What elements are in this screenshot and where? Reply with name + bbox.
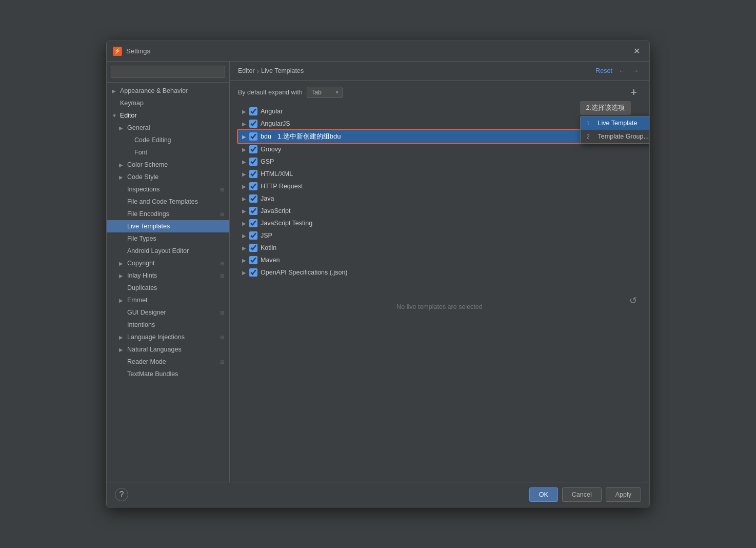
template-group-gsp[interactable]: ▶ GSP (238, 155, 641, 168)
template-group-java[interactable]: ▶ Java (238, 192, 641, 205)
sidebar-item-file-types[interactable]: File Types (107, 232, 229, 245)
expand-icon: ▶ (242, 208, 249, 214)
undo-button[interactable]: ↺ (629, 295, 637, 306)
dialog-body: Appearance & Behavior Keymap Editor Gene… (107, 62, 649, 482)
expand-select-wrapper: Tab Enter Space (307, 87, 343, 98)
sidebar-item-textmate-bundles[interactable]: TextMate Bundles (107, 368, 229, 380)
template-checkbox[interactable] (249, 256, 257, 264)
ok-button[interactable]: OK (529, 487, 558, 502)
context-menu-item-live-template[interactable]: 1 Live Template (581, 116, 649, 130)
forward-button[interactable]: → (630, 66, 641, 76)
template-checkbox[interactable] (249, 194, 257, 203)
sidebar-item-file-encodings[interactable]: File Encodings ⊞ (107, 208, 229, 220)
template-group-jsp[interactable]: ▶ JSP (238, 229, 641, 242)
annotation-label: 1.选中新创建的组bdu (277, 132, 341, 141)
right-panel: Editor › Live Templates Reset ← → By def… (230, 62, 649, 482)
no-templates-message: No live templates are selected (238, 303, 641, 310)
template-group-groovy[interactable]: ▶ Groovy (238, 143, 641, 155)
expand-icon: ▶ (242, 233, 249, 239)
sidebar-item-live-templates[interactable]: Live Templates (107, 220, 229, 232)
sidebar-item-language-injections[interactable]: Language Injections ⊞ (107, 331, 229, 343)
settings-icon: ⊞ (220, 273, 224, 279)
template-group-label: Groovy (261, 146, 281, 153)
sidebar-item-keymap[interactable]: Keymap (107, 97, 229, 109)
context-menu-item-template-group[interactable]: 2 Template Group... (581, 130, 649, 143)
template-checkbox[interactable] (249, 182, 257, 190)
nav-tree: Appearance & Behavior Keymap Editor Gene… (107, 83, 229, 482)
add-button[interactable]: + (626, 85, 641, 100)
help-button[interactable]: ? (115, 488, 128, 501)
expand-icon: ▶ (242, 196, 249, 202)
template-checkbox[interactable] (249, 107, 257, 115)
arrow-icon (119, 273, 125, 279)
expand-icon: ▶ (242, 109, 249, 114)
template-checkbox[interactable] (249, 231, 257, 240)
template-checkbox[interactable] (249, 268, 257, 277)
expand-icon: ▶ (242, 171, 249, 177)
settings-icon: ⊞ (220, 335, 224, 340)
sidebar-item-natural-languages[interactable]: Natural Languages (107, 343, 229, 356)
template-checkbox[interactable] (249, 120, 257, 128)
close-button[interactable]: ✕ (630, 45, 643, 57)
sidebar-item-code-editing[interactable]: Code Editing (107, 134, 229, 146)
template-group-kotlin[interactable]: ▶ Kotlin (238, 242, 641, 254)
expand-select[interactable]: Tab Enter Space (307, 87, 343, 98)
template-group-http-request[interactable]: ▶ HTTP Request (238, 180, 641, 192)
sidebar-item-label: GUI Designer (127, 309, 166, 316)
menu-item-number: 2 (587, 133, 594, 140)
arrow-icon (119, 335, 125, 340)
cancel-button[interactable]: Cancel (562, 487, 602, 502)
sidebar-item-appearance[interactable]: Appearance & Behavior (107, 85, 229, 97)
arrow-icon (119, 347, 125, 353)
template-group-javascript-testing[interactable]: ▶ JavaScript Testing (238, 217, 641, 229)
settings-icon: ⊞ (220, 261, 224, 266)
arrow-icon (112, 88, 118, 94)
template-group-openapi[interactable]: ▶ OpenAPI Specifications (.json) (238, 266, 641, 279)
search-input[interactable] (111, 66, 225, 78)
back-button[interactable]: ← (616, 66, 628, 76)
sidebar-item-editor[interactable]: Editor (107, 109, 229, 122)
apply-button[interactable]: Apply (606, 487, 641, 502)
sidebar-item-general[interactable]: General (107, 122, 229, 134)
title-bar: ⚡ Settings ✕ (107, 41, 649, 62)
sidebar-item-font[interactable]: Font (107, 146, 229, 159)
sidebar-item-label: Reader Mode (127, 358, 166, 365)
sidebar-item-label: Keymap (120, 100, 144, 107)
sidebar-item-file-code-templates[interactable]: File and Code Templates (107, 195, 229, 208)
template-checkbox[interactable] (249, 219, 257, 227)
sidebar-item-intentions[interactable]: Intentions (107, 319, 229, 331)
sidebar-item-label: Duplicates (127, 284, 157, 291)
template-list-container: + ▶ Angular ▶ AngularJS (238, 105, 641, 310)
sidebar-item-duplicates[interactable]: Duplicates (107, 282, 229, 294)
sidebar-item-label: Font (134, 149, 147, 156)
template-checkbox[interactable] (249, 244, 257, 252)
template-checkbox[interactable] (249, 170, 257, 178)
sidebar-item-android-layout[interactable]: Android Layout Editor (107, 245, 229, 257)
sidebar-item-label: Appearance & Behavior (120, 87, 188, 94)
sidebar-item-copyright[interactable]: Copyright ⊞ (107, 257, 229, 269)
template-group-javascript[interactable]: ▶ JavaScript (238, 205, 641, 217)
content-area: By default expand with Tab Enter Space + (230, 81, 649, 482)
breadcrumb-separator: › (257, 67, 259, 75)
sidebar-item-color-scheme[interactable]: Color Scheme (107, 159, 229, 171)
template-checkbox[interactable] (249, 145, 257, 153)
sidebar-item-code-style[interactable]: Code Style (107, 171, 229, 183)
template-group-maven[interactable]: ▶ Maven (238, 254, 641, 266)
template-checkbox[interactable] (249, 207, 257, 215)
template-checkbox[interactable] (249, 158, 257, 166)
sidebar-item-inspections[interactable]: Inspections ⊞ (107, 183, 229, 195)
settings-icon: ⊞ (220, 187, 224, 192)
sidebar-item-emmet[interactable]: Emmet (107, 294, 229, 306)
template-group-label: Kotlin (261, 244, 276, 251)
template-checkbox[interactable] (249, 132, 257, 141)
sidebar-item-label: Code Editing (134, 136, 171, 144)
settings-dialog: ⚡ Settings ✕ Appearance & Behavior Keyma… (106, 41, 650, 507)
sidebar-item-reader-mode[interactable]: Reader Mode ⊞ (107, 356, 229, 368)
sidebar-item-gui-designer[interactable]: GUI Designer ⊞ (107, 306, 229, 319)
settings-icon: ⊞ (220, 359, 224, 365)
reset-button[interactable]: Reset (595, 67, 612, 74)
sidebar-item-label: Inlay Hints (127, 272, 157, 279)
breadcrumb-parent: Editor (238, 67, 255, 74)
sidebar-item-inlay-hints[interactable]: Inlay Hints ⊞ (107, 269, 229, 282)
template-group-html-xml[interactable]: ▶ HTML/XML (238, 168, 641, 180)
